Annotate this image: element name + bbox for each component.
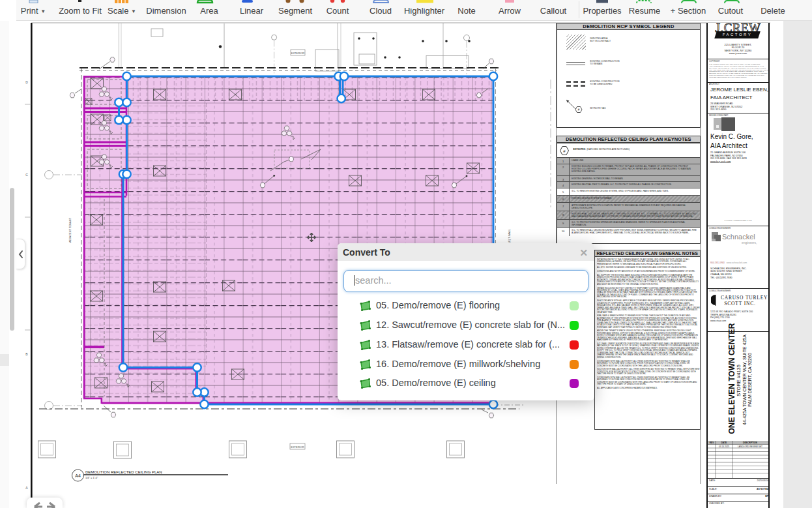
svg-text:ADJACENT TENANT: ADJACENT TENANT: [68, 217, 72, 243]
svg-text:EXTERIOR: EXTERIOR: [291, 52, 305, 55]
svg-text:03.14.2025: 03.14.2025: [719, 445, 729, 448]
svg-text:A4: A4: [75, 473, 81, 478]
svg-text:C: C: [25, 173, 28, 177]
svg-text:EXTERIOR: EXTERIOR: [291, 445, 304, 449]
svg-text:(E) T-WALL: (E) T-WALL: [508, 229, 511, 243]
svg-text:D: D: [25, 80, 28, 84]
svg-text:B: B: [25, 352, 28, 356]
svg-text:DATE: DATE: [721, 441, 727, 444]
svg-text:REV: REV: [710, 441, 714, 444]
svg-text:1/4" = 1'-0": 1/4" = 1'-0": [85, 476, 98, 479]
svg-text:DESCRIPTION: DESCRIPTION: [743, 441, 757, 444]
svg-text:DEMOLITION REFLECTED CEILING P: DEMOLITION REFLECTED CEILING PLAN: [85, 470, 162, 474]
svg-text:A: A: [25, 486, 28, 490]
svg-text:LANDLORD REVIEW SET: LANDLORD REVIEW SET: [738, 445, 762, 448]
